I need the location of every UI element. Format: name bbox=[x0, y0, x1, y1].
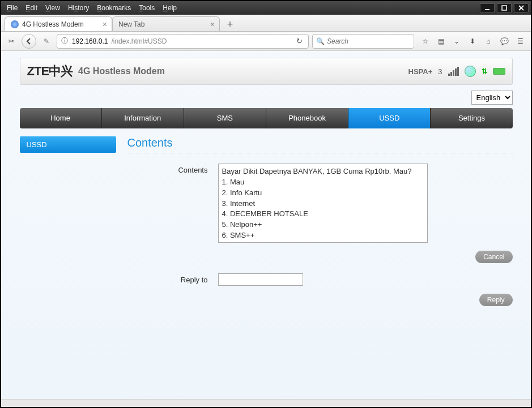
menu-history[interactable]: History bbox=[65, 3, 92, 13]
reply-to-input[interactable] bbox=[218, 273, 303, 286]
contents-label: Contents bbox=[127, 164, 218, 174]
internet-globe-icon bbox=[465, 66, 476, 77]
nav-home[interactable]: Home bbox=[20, 108, 102, 128]
nav-phonebook[interactable]: Phonebook bbox=[266, 108, 348, 128]
edit-url-icon[interactable]: ✎ bbox=[40, 35, 53, 48]
page-viewport[interactable]: ZTE中兴 4G Hostless Modem HSPA+ 3 ⇅ Englis… bbox=[1, 51, 531, 399]
tab-close-icon[interactable]: × bbox=[103, 20, 107, 29]
home-icon[interactable]: ⌂ bbox=[483, 36, 493, 46]
search-icon: 🔍 bbox=[316, 37, 325, 45]
bookmark-star-icon[interactable]: ☆ bbox=[420, 36, 430, 46]
browser-tab-1[interactable]: New Tab × bbox=[112, 16, 220, 31]
tab-close-icon[interactable]: × bbox=[210, 20, 215, 29]
language-select[interactable]: English bbox=[471, 91, 513, 105]
footer-copyright: Copyright © 1998-2013 ZTE Corporation. A… bbox=[127, 397, 513, 399]
new-tab-button[interactable]: + bbox=[223, 18, 237, 31]
sidebar-item-ussd[interactable]: USSD bbox=[20, 136, 116, 153]
reply-button[interactable]: Reply bbox=[479, 294, 513, 306]
ussd-contents-box[interactable]: Bayar Dikit Dapetnya BANYAK, 1GB Cuma Rp… bbox=[218, 164, 428, 243]
signal-bars-icon bbox=[448, 67, 459, 76]
browser-status-bar bbox=[1, 399, 531, 407]
nav-information[interactable]: Information bbox=[102, 108, 184, 128]
menu-help[interactable]: Help bbox=[159, 3, 180, 13]
menu-tools[interactable]: Tools bbox=[135, 3, 158, 13]
network-value: 3 bbox=[438, 67, 442, 76]
menu-bookmarks[interactable]: Bookmarks bbox=[93, 3, 134, 13]
search-box[interactable]: 🔍 bbox=[312, 34, 414, 49]
back-button[interactable] bbox=[22, 34, 36, 49]
nav-sms[interactable]: SMS bbox=[184, 108, 266, 128]
hamburger-menu-icon[interactable]: ☰ bbox=[515, 36, 525, 46]
chat-icon[interactable]: 💬 bbox=[499, 36, 509, 46]
window-titlebar: File Edit View History Bookmarks Tools H… bbox=[1, 1, 531, 15]
cancel-button[interactable]: Cancel bbox=[475, 251, 512, 263]
battery-icon bbox=[493, 68, 505, 75]
browser-tab-0[interactable]: 4G Hostless Modem × bbox=[5, 16, 112, 31]
device-header: ZTE中兴 4G Hostless Modem HSPA+ 3 ⇅ bbox=[20, 58, 513, 85]
arrow-left-icon bbox=[25, 37, 33, 45]
nav-ussd[interactable]: USSD bbox=[348, 108, 431, 128]
address-bar[interactable]: ⓘ 192.168.0.1/index.html#USSD ↻ bbox=[57, 34, 309, 49]
reader-icon[interactable]: ▤ bbox=[436, 36, 446, 46]
app-menu: File Edit View History Bookmarks Tools H… bbox=[3, 3, 180, 13]
url-path: /index.html#USSD bbox=[111, 37, 167, 45]
content-panel: Contents Contents Bayar Dikit Dapetnya B… bbox=[127, 136, 513, 399]
browser-tabstrip: 4G Hostless Modem × New Tab × + bbox=[1, 15, 531, 32]
svg-rect-1 bbox=[502, 6, 507, 10]
sidebar: USSD bbox=[20, 136, 116, 399]
globe-icon bbox=[11, 20, 19, 28]
nav-settings[interactable]: Settings bbox=[431, 108, 512, 128]
window-close-button[interactable] bbox=[514, 3, 529, 12]
downloads-icon[interactable]: ⬇ bbox=[467, 36, 478, 46]
product-title: 4G Hostless Modem bbox=[78, 66, 165, 76]
reply-to-label: Reply to bbox=[127, 273, 218, 284]
browser-navbar: ✂ ✎ ⓘ 192.168.0.1/index.html#USSD ↻ 🔍 ☆ … bbox=[1, 32, 531, 51]
network-mode-label: HSPA+ bbox=[408, 67, 433, 76]
menu-view[interactable]: View bbox=[42, 3, 63, 13]
search-input[interactable] bbox=[327, 37, 410, 45]
browser-tab-label: 4G Hostless Modem bbox=[22, 20, 84, 28]
scissors-icon[interactable]: ✂ bbox=[5, 35, 18, 48]
url-host: 192.168.0.1 bbox=[72, 37, 108, 45]
brand-logo: ZTE中兴 bbox=[27, 63, 73, 80]
main-nav: Home Information SMS Phonebook USSD Sett… bbox=[20, 108, 513, 128]
window-maximize-button[interactable] bbox=[497, 3, 512, 12]
info-icon[interactable]: ⓘ bbox=[61, 36, 69, 46]
page-heading: Contents bbox=[127, 136, 513, 153]
status-area: HSPA+ 3 ⇅ bbox=[408, 66, 505, 77]
browser-tab-label: New Tab bbox=[118, 20, 144, 28]
menu-file[interactable]: File bbox=[3, 3, 21, 13]
menu-edit[interactable]: Edit bbox=[22, 3, 41, 13]
window-minimize-button[interactable] bbox=[480, 3, 495, 12]
data-activity-icon: ⇅ bbox=[482, 67, 487, 75]
pocket-icon[interactable]: ⌄ bbox=[452, 36, 462, 46]
reload-icon[interactable]: ↻ bbox=[294, 37, 305, 45]
